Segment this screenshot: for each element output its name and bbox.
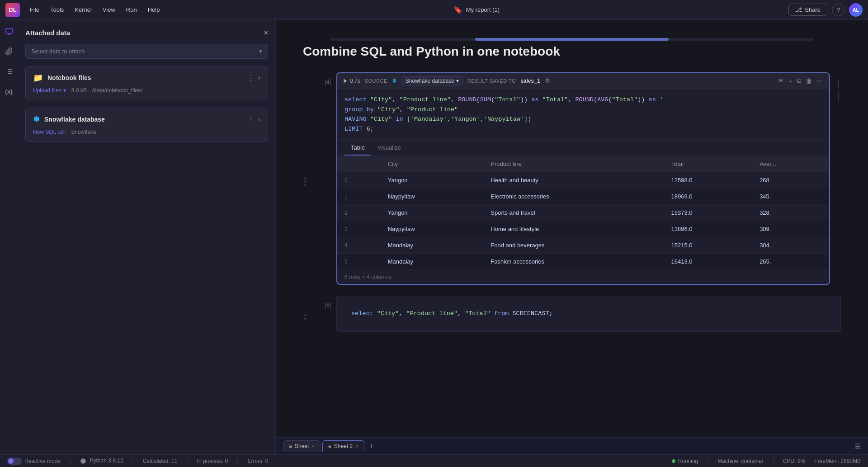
cell-total: 16413.0 xyxy=(664,254,753,270)
copy-icon[interactable]: ⧉ xyxy=(796,76,802,85)
cell-4-grip[interactable] xyxy=(303,72,307,285)
horizontal-scrollbar[interactable] xyxy=(330,38,814,41)
source-chip[interactable]: Snowflake database ▾ xyxy=(401,76,463,85)
delete-icon[interactable]: 🗑 xyxy=(805,76,813,85)
cell-4-toolbar: 0.7s SOURCE ❄ Snowflake database ▾ RESUL… xyxy=(337,73,829,89)
row-num: 2 xyxy=(337,205,381,221)
cell-city: Mandalay xyxy=(381,254,484,270)
cell-total: 18969.0 xyxy=(664,189,753,205)
table-row: 4 Mandalay Food and beverages 15215.0 30… xyxy=(337,237,829,254)
errors-count: Errors: 0 xyxy=(247,458,268,464)
cell-5-grip[interactable] xyxy=(303,296,307,332)
panel-header: Attached data × xyxy=(25,29,268,37)
svg-marker-7 xyxy=(344,79,347,83)
add-sheet-button[interactable]: + xyxy=(366,441,377,452)
menubar-center: 🔖 My report (1) xyxy=(166,5,787,14)
snowflake-menu-button[interactable]: ⋮ xyxy=(247,115,255,124)
chevron-down-icon: ▾ xyxy=(63,87,66,94)
notebook-content: Combine SQL and Python in one notebook [… xyxy=(276,20,868,437)
row-num: 5 xyxy=(337,254,381,270)
snowflake-expand-button[interactable]: › xyxy=(258,115,260,123)
tab-table[interactable]: Table xyxy=(344,141,371,156)
toggle-knob xyxy=(8,458,14,464)
row-num: 3 xyxy=(337,221,381,237)
cell-aver: 309. xyxy=(752,221,829,237)
col-header-city: City xyxy=(381,156,484,172)
icon-sidebar: {x} xyxy=(0,20,18,454)
reactive-mode-toggle[interactable] xyxy=(7,458,22,465)
menu-view[interactable]: View xyxy=(98,5,120,15)
col-header-total: Total xyxy=(664,156,753,172)
menu-file[interactable]: File xyxy=(25,5,44,15)
avatar[interactable]: AL xyxy=(849,3,863,17)
menu-run[interactable]: Run xyxy=(122,5,142,15)
menu-tools[interactable]: Tools xyxy=(46,5,68,15)
menu-help[interactable]: Help xyxy=(143,5,165,15)
notebook-files-title: 📁 Notebook files xyxy=(33,73,91,83)
cell-total: 13896.0 xyxy=(664,221,753,237)
cell-aver: 328. xyxy=(752,205,829,221)
new-sql-button[interactable]: New SQL cell xyxy=(33,129,66,135)
cell-4-code[interactable]: select "City", "Product line", ROUND(SUM… xyxy=(337,89,829,140)
sidebar-data-icon[interactable] xyxy=(3,25,15,38)
snowflake-card: ❄ Snowflake database ⋮ › New SQL cell Sn… xyxy=(25,108,268,142)
cell-4-body: 0.7s SOURCE ❄ Snowflake database ▾ RESUL… xyxy=(336,72,830,285)
panel-close-button[interactable]: × xyxy=(264,29,268,37)
result-settings-icon[interactable]: ⚙ xyxy=(545,77,550,84)
cell-total: 12598.0 xyxy=(664,172,753,189)
run-button[interactable]: 0.7s xyxy=(343,78,360,84)
grip-handle-bottom[interactable] xyxy=(838,92,839,101)
sheet-2-close-button[interactable]: × xyxy=(355,443,358,449)
scrollbar-thumb xyxy=(475,38,669,41)
sidebar-paperclip-icon[interactable] xyxy=(3,45,15,58)
row-num: 4 xyxy=(337,237,381,254)
main-area: {x} Attached data × Select data to attac… xyxy=(0,20,868,454)
sheet-1-close-button[interactable]: × xyxy=(311,443,314,449)
file-size: 8.0 kB xyxy=(71,87,87,94)
cell-5-code[interactable]: select "City", "Product line", "Total" f… xyxy=(344,302,833,325)
eye-icon[interactable]: 👁 xyxy=(777,76,785,85)
tab-visualize[interactable]: Visualize xyxy=(371,141,407,156)
add-icon[interactable]: + xyxy=(788,76,793,85)
cell-city: Yangon xyxy=(381,172,484,189)
grip-dot xyxy=(304,184,306,186)
sidebar-variable-icon[interactable]: {x} xyxy=(3,85,15,98)
grip-handle-top[interactable] xyxy=(838,80,839,89)
sidebar-list-icon[interactable] xyxy=(3,65,15,78)
sheet-2-icon: ≡ xyxy=(328,443,331,449)
source-chevron-icon: ▾ xyxy=(456,78,459,84)
result-table: City Product line Total Aver... xyxy=(337,156,829,270)
col-header-product-line: Product line xyxy=(483,156,664,172)
reactive-mode: Reactive mode xyxy=(7,458,61,465)
cell-toolbar-right: 👁 + ⧉ 🗑 ⋯ xyxy=(777,76,824,85)
running-status: Running xyxy=(672,458,698,464)
help-button[interactable]: ? xyxy=(832,4,844,16)
cell-product-line: Home and lifestyle xyxy=(483,221,664,237)
chevron-down-icon: ▾ xyxy=(259,48,262,55)
notebook-files-actions: ⋮ › xyxy=(247,74,260,82)
bookmark-icon: 🔖 xyxy=(453,5,462,14)
tab-sheet-1[interactable]: ≡ Sheet × xyxy=(283,440,321,452)
plain-cell-5[interactable]: select "City", "Product line", "Total" f… xyxy=(336,296,841,332)
cell-aver: 265. xyxy=(752,254,829,270)
data-source-select[interactable]: Select data to attach ▾ xyxy=(25,44,268,59)
sheet-2-label: Sheet 2 xyxy=(334,443,353,449)
tab-sheet-2[interactable]: ≡ Sheet 2 × xyxy=(322,440,364,452)
cell-aver: 268. xyxy=(752,172,829,189)
more-icon[interactable]: ⋯ xyxy=(816,76,824,85)
cell-city: Naypyitaw xyxy=(381,221,484,237)
notebook-files-header: 📁 Notebook files ⋮ › xyxy=(33,73,260,83)
running-label: Running xyxy=(678,458,698,464)
sheets-menu-icon[interactable]: ☰ xyxy=(855,443,861,450)
snowflake-title: ❄ Snowflake database xyxy=(33,114,105,124)
file-path: /data/notebook_files/ xyxy=(92,87,142,94)
share-button[interactable]: ⎇ Share xyxy=(788,4,827,16)
row-num: 0 xyxy=(337,172,381,189)
menu-kernel[interactable]: Kernel xyxy=(70,5,96,15)
upload-files-button[interactable]: Upload files ▾ xyxy=(33,87,66,94)
snowflake-header: ❄ Snowflake database ⋮ › xyxy=(33,114,260,124)
app-logo[interactable]: DL xyxy=(5,3,20,17)
notebook-files-expand-button[interactable]: › xyxy=(258,74,260,82)
row-count: 6 rows × 4 columns xyxy=(337,270,829,284)
notebook-files-menu-button[interactable]: ⋮ xyxy=(247,74,255,82)
